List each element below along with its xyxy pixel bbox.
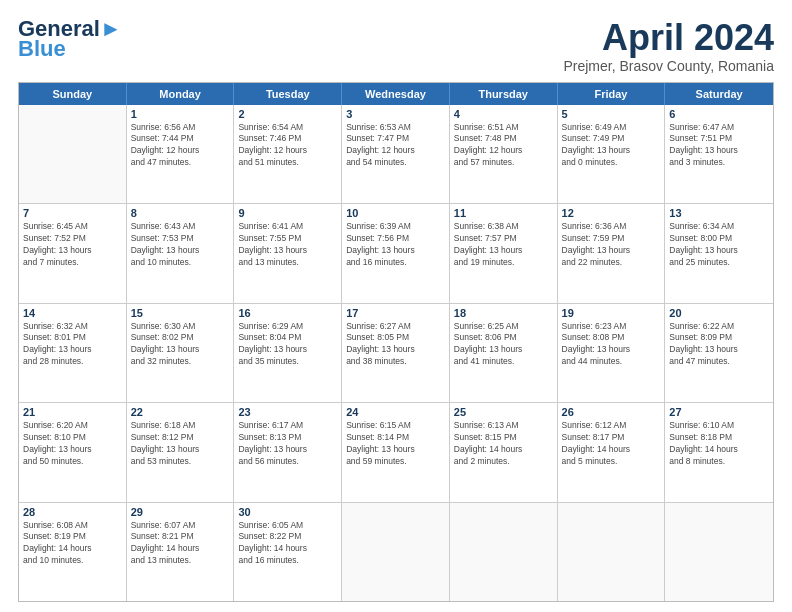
week-row-4: 28Sunrise: 6:08 AM Sunset: 8:19 PM Dayli… [19, 503, 773, 601]
day-cell: 29Sunrise: 6:07 AM Sunset: 8:21 PM Dayli… [127, 503, 235, 601]
day-number: 26 [562, 406, 661, 418]
day-cell [450, 503, 558, 601]
day-number: 20 [669, 307, 769, 319]
day-cell: 30Sunrise: 6:05 AM Sunset: 8:22 PM Dayli… [234, 503, 342, 601]
header: General► Blue April 2024 Prejmer, Brasov… [18, 18, 774, 74]
day-number: 23 [238, 406, 337, 418]
day-cell: 10Sunrise: 6:39 AM Sunset: 7:56 PM Dayli… [342, 204, 450, 302]
day-info: Sunrise: 6:23 AM Sunset: 8:08 PM Dayligh… [562, 321, 661, 369]
day-cell: 15Sunrise: 6:30 AM Sunset: 8:02 PM Dayli… [127, 304, 235, 402]
day-info: Sunrise: 6:18 AM Sunset: 8:12 PM Dayligh… [131, 420, 230, 468]
day-number: 15 [131, 307, 230, 319]
day-number: 24 [346, 406, 445, 418]
day-number: 2 [238, 108, 337, 120]
day-cell [558, 503, 666, 601]
day-number: 29 [131, 506, 230, 518]
day-info: Sunrise: 6:22 AM Sunset: 8:09 PM Dayligh… [669, 321, 769, 369]
day-info: Sunrise: 6:39 AM Sunset: 7:56 PM Dayligh… [346, 221, 445, 269]
day-info: Sunrise: 6:15 AM Sunset: 8:14 PM Dayligh… [346, 420, 445, 468]
day-info: Sunrise: 6:47 AM Sunset: 7:51 PM Dayligh… [669, 122, 769, 170]
day-cell: 23Sunrise: 6:17 AM Sunset: 8:13 PM Dayli… [234, 403, 342, 501]
day-info: Sunrise: 6:49 AM Sunset: 7:49 PM Dayligh… [562, 122, 661, 170]
day-cell: 24Sunrise: 6:15 AM Sunset: 8:14 PM Dayli… [342, 403, 450, 501]
day-number: 17 [346, 307, 445, 319]
day-info: Sunrise: 6:43 AM Sunset: 7:53 PM Dayligh… [131, 221, 230, 269]
day-number: 1 [131, 108, 230, 120]
page: General► Blue April 2024 Prejmer, Brasov… [0, 0, 792, 612]
day-info: Sunrise: 6:10 AM Sunset: 8:18 PM Dayligh… [669, 420, 769, 468]
day-number: 22 [131, 406, 230, 418]
day-info: Sunrise: 6:32 AM Sunset: 8:01 PM Dayligh… [23, 321, 122, 369]
day-number: 25 [454, 406, 553, 418]
day-info: Sunrise: 6:53 AM Sunset: 7:47 PM Dayligh… [346, 122, 445, 170]
day-number: 11 [454, 207, 553, 219]
day-cell: 20Sunrise: 6:22 AM Sunset: 8:09 PM Dayli… [665, 304, 773, 402]
header-tuesday: Tuesday [234, 83, 342, 105]
day-info: Sunrise: 6:08 AM Sunset: 8:19 PM Dayligh… [23, 520, 122, 568]
header-friday: Friday [558, 83, 666, 105]
day-cell: 11Sunrise: 6:38 AM Sunset: 7:57 PM Dayli… [450, 204, 558, 302]
day-cell: 16Sunrise: 6:29 AM Sunset: 8:04 PM Dayli… [234, 304, 342, 402]
day-info: Sunrise: 6:20 AM Sunset: 8:10 PM Dayligh… [23, 420, 122, 468]
day-info: Sunrise: 6:51 AM Sunset: 7:48 PM Dayligh… [454, 122, 553, 170]
logo: General► Blue [18, 18, 122, 60]
day-cell: 25Sunrise: 6:13 AM Sunset: 8:15 PM Dayli… [450, 403, 558, 501]
day-cell: 6Sunrise: 6:47 AM Sunset: 7:51 PM Daylig… [665, 105, 773, 203]
location: Prejmer, Brasov County, Romania [563, 58, 774, 74]
day-info: Sunrise: 6:17 AM Sunset: 8:13 PM Dayligh… [238, 420, 337, 468]
calendar-body: 1Sunrise: 6:56 AM Sunset: 7:44 PM Daylig… [19, 105, 773, 601]
header-wednesday: Wednesday [342, 83, 450, 105]
header-monday: Monday [127, 83, 235, 105]
logo-blue: Blue [18, 38, 66, 60]
week-row-2: 14Sunrise: 6:32 AM Sunset: 8:01 PM Dayli… [19, 304, 773, 403]
day-info: Sunrise: 6:29 AM Sunset: 8:04 PM Dayligh… [238, 321, 337, 369]
day-number: 30 [238, 506, 337, 518]
day-cell: 7Sunrise: 6:45 AM Sunset: 7:52 PM Daylig… [19, 204, 127, 302]
day-info: Sunrise: 6:45 AM Sunset: 7:52 PM Dayligh… [23, 221, 122, 269]
month-title: April 2024 [563, 18, 774, 58]
day-cell: 18Sunrise: 6:25 AM Sunset: 8:06 PM Dayli… [450, 304, 558, 402]
day-info: Sunrise: 6:34 AM Sunset: 8:00 PM Dayligh… [669, 221, 769, 269]
day-cell: 13Sunrise: 6:34 AM Sunset: 8:00 PM Dayli… [665, 204, 773, 302]
day-cell: 28Sunrise: 6:08 AM Sunset: 8:19 PM Dayli… [19, 503, 127, 601]
logo-bird-icon: ► [100, 16, 122, 41]
day-info: Sunrise: 6:27 AM Sunset: 8:05 PM Dayligh… [346, 321, 445, 369]
day-number: 10 [346, 207, 445, 219]
calendar: SundayMondayTuesdayWednesdayThursdayFrid… [18, 82, 774, 602]
day-cell: 17Sunrise: 6:27 AM Sunset: 8:05 PM Dayli… [342, 304, 450, 402]
day-cell: 22Sunrise: 6:18 AM Sunset: 8:12 PM Dayli… [127, 403, 235, 501]
day-number: 4 [454, 108, 553, 120]
day-number: 16 [238, 307, 337, 319]
title-section: April 2024 Prejmer, Brasov County, Roman… [563, 18, 774, 74]
day-info: Sunrise: 6:38 AM Sunset: 7:57 PM Dayligh… [454, 221, 553, 269]
day-info: Sunrise: 6:36 AM Sunset: 7:59 PM Dayligh… [562, 221, 661, 269]
day-number: 9 [238, 207, 337, 219]
day-number: 3 [346, 108, 445, 120]
calendar-header: SundayMondayTuesdayWednesdayThursdayFrid… [19, 83, 773, 105]
day-cell: 21Sunrise: 6:20 AM Sunset: 8:10 PM Dayli… [19, 403, 127, 501]
header-sunday: Sunday [19, 83, 127, 105]
day-cell: 9Sunrise: 6:41 AM Sunset: 7:55 PM Daylig… [234, 204, 342, 302]
day-number: 13 [669, 207, 769, 219]
day-cell: 14Sunrise: 6:32 AM Sunset: 8:01 PM Dayli… [19, 304, 127, 402]
day-number: 14 [23, 307, 122, 319]
day-number: 18 [454, 307, 553, 319]
day-number: 6 [669, 108, 769, 120]
week-row-1: 7Sunrise: 6:45 AM Sunset: 7:52 PM Daylig… [19, 204, 773, 303]
day-info: Sunrise: 6:07 AM Sunset: 8:21 PM Dayligh… [131, 520, 230, 568]
day-cell: 12Sunrise: 6:36 AM Sunset: 7:59 PM Dayli… [558, 204, 666, 302]
day-number: 5 [562, 108, 661, 120]
day-cell: 5Sunrise: 6:49 AM Sunset: 7:49 PM Daylig… [558, 105, 666, 203]
header-thursday: Thursday [450, 83, 558, 105]
header-saturday: Saturday [665, 83, 773, 105]
day-cell: 3Sunrise: 6:53 AM Sunset: 7:47 PM Daylig… [342, 105, 450, 203]
day-info: Sunrise: 6:13 AM Sunset: 8:15 PM Dayligh… [454, 420, 553, 468]
day-number: 12 [562, 207, 661, 219]
day-info: Sunrise: 6:56 AM Sunset: 7:44 PM Dayligh… [131, 122, 230, 170]
day-cell: 27Sunrise: 6:10 AM Sunset: 8:18 PM Dayli… [665, 403, 773, 501]
day-number: 28 [23, 506, 122, 518]
day-info: Sunrise: 6:30 AM Sunset: 8:02 PM Dayligh… [131, 321, 230, 369]
day-cell [665, 503, 773, 601]
day-cell: 4Sunrise: 6:51 AM Sunset: 7:48 PM Daylig… [450, 105, 558, 203]
day-cell [19, 105, 127, 203]
